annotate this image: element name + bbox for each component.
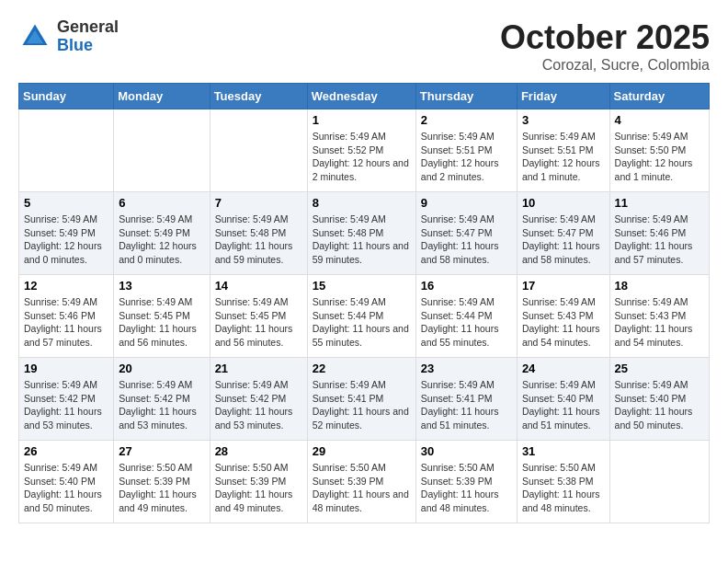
day-info: Sunrise: 5:50 AMSunset: 5:39 PMDaylight:… (119, 461, 204, 515)
day-number: 8 (313, 196, 411, 210)
calendar-week-3: 12Sunrise: 5:49 AMSunset: 5:46 PMDayligh… (19, 275, 710, 358)
day-info: Sunrise: 5:49 AMSunset: 5:50 PMDaylight:… (615, 130, 704, 184)
logo-text: General Blue (57, 18, 119, 55)
day-info: Sunrise: 5:49 AMSunset: 5:47 PMDaylight:… (421, 213, 512, 267)
day-info: Sunrise: 5:49 AMSunset: 5:42 PMDaylight:… (24, 378, 108, 432)
calendar-cell: 10Sunrise: 5:49 AMSunset: 5:47 PMDayligh… (517, 192, 609, 275)
day-info: Sunrise: 5:49 AMSunset: 5:42 PMDaylight:… (119, 378, 204, 432)
calendar-cell: 24Sunrise: 5:49 AMSunset: 5:40 PMDayligh… (517, 358, 609, 441)
calendar-cell: 19Sunrise: 5:49 AMSunset: 5:42 PMDayligh… (19, 358, 114, 441)
day-number: 3 (522, 113, 605, 127)
calendar-cell: 28Sunrise: 5:50 AMSunset: 5:39 PMDayligh… (210, 441, 307, 523)
day-number: 5 (24, 196, 108, 210)
day-number: 26 (24, 444, 108, 458)
day-info: Sunrise: 5:49 AMSunset: 5:51 PMDaylight:… (421, 130, 512, 184)
day-number: 24 (522, 362, 605, 375)
day-info: Sunrise: 5:49 AMSunset: 5:44 PMDaylight:… (421, 295, 512, 350)
day-info: Sunrise: 5:49 AMSunset: 5:44 PMDaylight:… (313, 295, 411, 350)
day-number: 10 (522, 196, 605, 210)
calendar-cell: 12Sunrise: 5:49 AMSunset: 5:46 PMDayligh… (19, 275, 114, 358)
day-info: Sunrise: 5:50 AMSunset: 5:38 PMDaylight:… (522, 461, 605, 515)
day-info: Sunrise: 5:49 AMSunset: 5:43 PMDaylight:… (615, 295, 704, 350)
calendar-cell: 29Sunrise: 5:50 AMSunset: 5:39 PMDayligh… (307, 441, 415, 523)
calendar-cell: 7Sunrise: 5:49 AMSunset: 5:48 PMDaylight… (210, 192, 307, 275)
day-info: Sunrise: 5:50 AMSunset: 5:39 PMDaylight:… (421, 461, 512, 515)
day-number: 17 (522, 279, 605, 293)
day-info: Sunrise: 5:49 AMSunset: 5:41 PMDaylight:… (313, 378, 411, 432)
calendar-cell: 27Sunrise: 5:50 AMSunset: 5:39 PMDayligh… (114, 441, 210, 523)
calendar-cell (210, 109, 307, 192)
day-info: Sunrise: 5:49 AMSunset: 5:51 PMDaylight:… (522, 130, 605, 184)
day-number: 11 (615, 196, 704, 210)
page-header: General Blue October 2025 Corozal, Sucre… (18, 18, 710, 74)
calendar-cell: 21Sunrise: 5:49 AMSunset: 5:42 PMDayligh… (210, 358, 307, 441)
day-number: 7 (215, 196, 302, 210)
day-info: Sunrise: 5:49 AMSunset: 5:40 PMDaylight:… (522, 378, 605, 432)
col-header-wednesday: Wednesday (307, 84, 415, 109)
col-header-thursday: Thursday (415, 84, 517, 109)
day-info: Sunrise: 5:49 AMSunset: 5:40 PMDaylight:… (24, 461, 108, 515)
day-info: Sunrise: 5:49 AMSunset: 5:46 PMDaylight:… (615, 213, 704, 267)
day-number: 12 (24, 279, 108, 293)
day-info: Sunrise: 5:49 AMSunset: 5:40 PMDaylight:… (615, 378, 704, 432)
day-info: Sunrise: 5:49 AMSunset: 5:46 PMDaylight:… (24, 295, 108, 350)
day-info: Sunrise: 5:49 AMSunset: 5:47 PMDaylight:… (522, 213, 605, 267)
day-number: 6 (119, 196, 204, 210)
day-number: 21 (215, 362, 302, 375)
day-number: 15 (313, 279, 411, 293)
day-number: 25 (615, 362, 704, 375)
day-number: 19 (24, 362, 108, 375)
calendar-cell: 5Sunrise: 5:49 AMSunset: 5:49 PMDaylight… (19, 192, 114, 275)
logo-icon (18, 20, 51, 53)
page-subtitle: Corozal, Sucre, Colombia (500, 57, 710, 74)
calendar-cell: 1Sunrise: 5:49 AMSunset: 5:52 PMDaylight… (307, 109, 415, 192)
day-info: Sunrise: 5:49 AMSunset: 5:45 PMDaylight:… (119, 295, 204, 350)
day-number: 20 (119, 362, 204, 375)
page-title: October 2025 (500, 18, 710, 57)
calendar-cell: 18Sunrise: 5:49 AMSunset: 5:43 PMDayligh… (609, 275, 709, 358)
day-info: Sunrise: 5:49 AMSunset: 5:52 PMDaylight:… (313, 130, 411, 184)
calendar-cell: 9Sunrise: 5:49 AMSunset: 5:47 PMDaylight… (415, 192, 517, 275)
day-info: Sunrise: 5:49 AMSunset: 5:41 PMDaylight:… (421, 378, 512, 432)
col-header-tuesday: Tuesday (210, 84, 307, 109)
logo: General Blue (18, 18, 119, 55)
day-info: Sunrise: 5:49 AMSunset: 5:43 PMDaylight:… (522, 295, 605, 350)
calendar-cell (19, 109, 114, 192)
day-number: 31 (522, 444, 605, 458)
calendar-cell (609, 441, 709, 523)
calendar-cell: 31Sunrise: 5:50 AMSunset: 5:38 PMDayligh… (517, 441, 609, 523)
calendar-cell: 23Sunrise: 5:49 AMSunset: 5:41 PMDayligh… (415, 358, 517, 441)
calendar-cell: 3Sunrise: 5:49 AMSunset: 5:51 PMDaylight… (517, 109, 609, 192)
calendar-cell: 6Sunrise: 5:49 AMSunset: 5:49 PMDaylight… (114, 192, 210, 275)
day-info: Sunrise: 5:49 AMSunset: 5:48 PMDaylight:… (215, 213, 302, 267)
calendar-cell: 25Sunrise: 5:49 AMSunset: 5:40 PMDayligh… (609, 358, 709, 441)
day-number: 27 (119, 444, 204, 458)
calendar-week-5: 26Sunrise: 5:49 AMSunset: 5:40 PMDayligh… (19, 441, 710, 523)
day-info: Sunrise: 5:49 AMSunset: 5:42 PMDaylight:… (215, 378, 302, 432)
calendar-cell (114, 109, 210, 192)
day-number: 30 (421, 444, 512, 458)
day-number: 13 (119, 279, 204, 293)
day-info: Sunrise: 5:49 AMSunset: 5:49 PMDaylight:… (119, 213, 204, 267)
day-info: Sunrise: 5:49 AMSunset: 5:45 PMDaylight:… (215, 295, 302, 350)
calendar-cell: 17Sunrise: 5:49 AMSunset: 5:43 PMDayligh… (517, 275, 609, 358)
col-header-friday: Friday (517, 84, 609, 109)
calendar-cell: 22Sunrise: 5:49 AMSunset: 5:41 PMDayligh… (307, 358, 415, 441)
calendar-header-row: SundayMondayTuesdayWednesdayThursdayFrid… (19, 84, 710, 109)
calendar-cell: 8Sunrise: 5:49 AMSunset: 5:48 PMDaylight… (307, 192, 415, 275)
day-number: 18 (615, 279, 704, 293)
day-info: Sunrise: 5:49 AMSunset: 5:48 PMDaylight:… (313, 213, 411, 267)
day-info: Sunrise: 5:50 AMSunset: 5:39 PMDaylight:… (215, 461, 302, 515)
day-number: 16 (421, 279, 512, 293)
calendar-cell: 2Sunrise: 5:49 AMSunset: 5:51 PMDaylight… (415, 109, 517, 192)
calendar-cell: 11Sunrise: 5:49 AMSunset: 5:46 PMDayligh… (609, 192, 709, 275)
calendar-cell: 20Sunrise: 5:49 AMSunset: 5:42 PMDayligh… (114, 358, 210, 441)
calendar-cell: 15Sunrise: 5:49 AMSunset: 5:44 PMDayligh… (307, 275, 415, 358)
day-info: Sunrise: 5:50 AMSunset: 5:39 PMDaylight:… (313, 461, 411, 515)
day-info: Sunrise: 5:49 AMSunset: 5:49 PMDaylight:… (24, 213, 108, 267)
day-number: 4 (615, 113, 704, 127)
day-number: 9 (421, 196, 512, 210)
calendar-cell: 26Sunrise: 5:49 AMSunset: 5:40 PMDayligh… (19, 441, 114, 523)
col-header-monday: Monday (114, 84, 210, 109)
col-header-saturday: Saturday (609, 84, 709, 109)
